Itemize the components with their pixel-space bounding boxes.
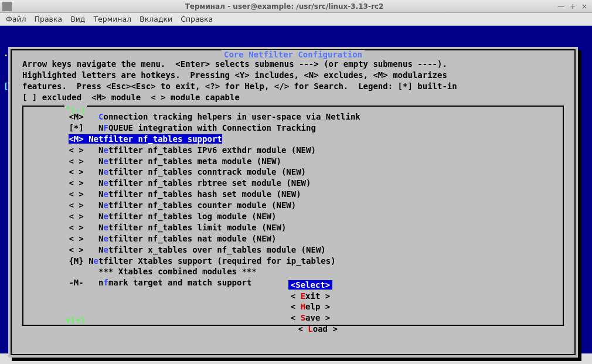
option-item[interactable]: < > Netfilter nf_tables counter module (… (27, 200, 559, 211)
select-button[interactable]: <Select> (288, 280, 332, 290)
menu-edit[interactable]: Правка (35, 15, 63, 23)
option-item[interactable]: < > Netfilter x_tables over nf_tables mo… (27, 244, 559, 256)
option-item[interactable]: < > Netfilter nf_tables hash set module … (27, 189, 559, 200)
menu-file[interactable]: Файл (6, 15, 26, 23)
menu-help[interactable]: Справка (181, 15, 213, 23)
option-item[interactable]: {M} Netfilter Xtables support (required … (27, 256, 559, 267)
menu-terminal[interactable]: Терминал (93, 15, 131, 23)
dialog-border: Core Netfilter Configuration Arrow keys … (11, 49, 576, 355)
instructions-text: Arrow keys navigate the menu. <Enter> se… (22, 59, 564, 103)
option-item[interactable]: <M> Connection tracking helpers in user-… (27, 111, 559, 123)
button-bar: <Select> < Exit > < Help > < Save > < Lo… (12, 268, 574, 346)
titlebar: Терминал - user@example: /usr/src/linux-… (0, 0, 592, 13)
window-maximize-button[interactable]: + (569, 2, 577, 11)
option-item[interactable]: < > Netfilter nf_tables limit module (NE… (27, 222, 559, 233)
app-icon (2, 2, 12, 11)
menu-tabs[interactable]: Вкладки (140, 15, 172, 23)
option-item[interactable]: < > Netfilter nf_tables conntrack module… (27, 166, 559, 178)
option-item[interactable]: < > Netfilter nf_tables rbtree set modul… (27, 178, 559, 189)
save-button[interactable]: < Save > (288, 313, 332, 322)
dialog-title: Core Netfilter Configuration (12, 49, 574, 60)
option-item[interactable]: <M> Netfilter nf_tables support (27, 134, 224, 145)
option-item[interactable]: < > Netfilter nf_tables meta module (NEW… (27, 156, 559, 167)
option-item[interactable]: < > Netfilter nf_tables nat module (NEW) (27, 233, 559, 244)
option-item[interactable]: [*] NFQUEUE integration with Connection … (27, 123, 559, 134)
window-title: Терминал - user@example: /usr/src/linux-… (12, 2, 557, 11)
option-item[interactable]: < > Netfilter nf_tables IPv6 exthdr modu… (27, 145, 559, 156)
terminal-area: .config - Linux/x86 3.13.0-rc2 Kernel Co… (0, 26, 592, 353)
menuconfig-dialog: Core Netfilter Configuration Arrow keys … (8, 47, 578, 358)
app-window: Терминал - user@example: /usr/src/linux-… (0, 0, 592, 364)
exit-button[interactable]: < Exit > (288, 291, 332, 301)
menu-view[interactable]: Вид (70, 15, 85, 23)
menubar: Файл Правка Вид Терминал Вкладки Справка (0, 13, 592, 26)
help-button[interactable]: < Help > (288, 302, 332, 311)
window-minimize-button[interactable]: — (557, 2, 565, 11)
window-close-button[interactable]: × (580, 2, 588, 11)
option-item[interactable]: < > Netfilter nf_tables log module (NEW) (27, 211, 559, 222)
load-button[interactable]: < Load > (295, 324, 339, 334)
